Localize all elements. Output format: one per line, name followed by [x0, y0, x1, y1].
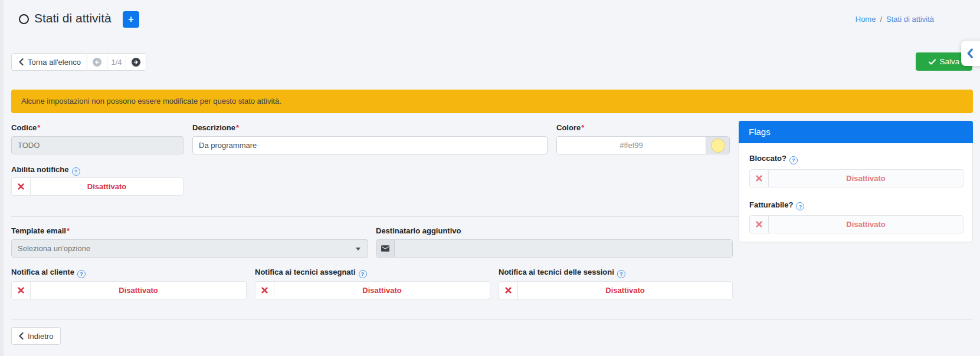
- divider: [11, 319, 973, 320]
- flags-panel-header: Flags: [739, 121, 973, 143]
- select-placeholder: Seleziona un'opzione: [18, 244, 90, 253]
- chevron-left-icon: [19, 332, 24, 339]
- required-asterisk: *: [37, 123, 40, 132]
- help-icon[interactable]: ?: [72, 167, 80, 176]
- flags-panel-body: Bloccato?? Disattivato Fatturabile?? Dis…: [739, 143, 973, 242]
- template-email-select: Seleziona un'opzione: [11, 239, 368, 258]
- template-email-label: Template email*: [11, 226, 70, 235]
- x-icon: [12, 178, 31, 195]
- pager-position: 1/4: [107, 54, 126, 70]
- plus-icon: +: [128, 14, 133, 24]
- warning-banner: Alcune impostazioni non possono essere m…: [11, 90, 973, 113]
- page-title: Stati di attività: [34, 11, 112, 25]
- help-icon[interactable]: ?: [617, 270, 625, 278]
- notifica-tecnici-label: Notifica ai tecnici assegnati?: [255, 268, 367, 278]
- help-icon[interactable]: ?: [359, 270, 367, 278]
- toggle-state-label: Disattivato: [274, 282, 490, 299]
- bloccato-toggle[interactable]: Disattivato: [749, 169, 963, 187]
- flags-panel: Flags Bloccato?? Disattivato Fatturabile…: [739, 121, 973, 242]
- window-edge: [0, 0, 4, 356]
- abilita-notifiche-label: Abilita notifiche?: [11, 165, 80, 176]
- destinatario-field: [376, 239, 733, 258]
- codice-input: [11, 136, 183, 154]
- abilita-notifiche-toggle[interactable]: Disattivato: [11, 177, 183, 196]
- codice-label: Codice*: [11, 123, 40, 132]
- x-icon: [499, 282, 518, 299]
- breadcrumb-current-link[interactable]: Stati di attività: [886, 15, 934, 24]
- arrow-circle-right-icon: [132, 58, 140, 67]
- back-label: Indietro: [28, 332, 53, 341]
- breadcrumb-separator: /: [880, 15, 882, 24]
- spacer: [749, 187, 962, 200]
- back-to-list-label: Torna all'elenco: [28, 58, 81, 67]
- destinatario-label: Destinatario aggiuntivo: [376, 226, 461, 235]
- x-icon: [12, 282, 31, 299]
- x-icon: [750, 170, 769, 187]
- envelope-icon: [376, 240, 395, 257]
- required-asterisk: *: [581, 123, 584, 132]
- color-picker-addon[interactable]: [706, 137, 729, 154]
- toggle-state-label: Disattivato: [518, 282, 732, 299]
- back-button[interactable]: Indietro: [11, 327, 61, 345]
- chevron-left-icon: [966, 48, 974, 58]
- page: Stati di attività + Home/Stati di attivi…: [0, 0, 980, 356]
- bloccato-label: Bloccato??: [749, 154, 962, 164]
- colore-input[interactable]: [557, 137, 706, 154]
- breadcrumb-home-link[interactable]: Home: [856, 15, 876, 24]
- circle-status-icon: [19, 14, 29, 24]
- arrow-circle-left-icon: [93, 58, 101, 67]
- colore-label: Colore*: [556, 123, 584, 132]
- toggle-state-label: Disattivato: [769, 216, 963, 233]
- chevron-left-icon: [19, 58, 24, 65]
- fatturabile-label: Fatturabile??: [749, 200, 962, 211]
- x-icon: [255, 282, 274, 299]
- notifica-sessioni-label: Notifica ai tecnici delle sessioni?: [499, 268, 625, 278]
- descrizione-label: Descrizione*: [192, 123, 239, 132]
- help-icon[interactable]: ?: [789, 156, 798, 164]
- check-icon: [929, 59, 936, 65]
- toggle-state-label: Disattivato: [31, 178, 183, 195]
- record-pager: 1/4: [87, 53, 146, 71]
- notifica-sessioni-toggle[interactable]: Disattivato: [499, 281, 733, 299]
- toggle-state-label: Disattivato: [769, 170, 963, 187]
- save-label: Salva: [940, 57, 960, 66]
- toggle-state-label: Disattivato: [31, 282, 246, 299]
- fatturabile-toggle[interactable]: Disattivato: [749, 215, 963, 233]
- descrizione-input[interactable]: [192, 136, 548, 154]
- breadcrumb: Home/Stati di attività: [856, 15, 934, 24]
- required-asterisk: *: [236, 123, 239, 132]
- panel-collapse-toggle[interactable]: [961, 41, 980, 66]
- notifica-cliente-toggle[interactable]: Disattivato: [11, 281, 247, 299]
- help-icon[interactable]: ?: [796, 202, 804, 210]
- colore-field: [556, 136, 730, 154]
- previous-record-button[interactable]: [87, 54, 107, 70]
- help-icon[interactable]: ?: [77, 270, 86, 278]
- next-record-button[interactable]: [126, 54, 146, 70]
- destinatario-input: [395, 240, 732, 257]
- back-to-list-button[interactable]: Torna all'elenco: [11, 53, 89, 71]
- caret-down-icon: [356, 248, 360, 250]
- notifica-cliente-label: Notifica al cliente?: [11, 268, 86, 278]
- notifica-tecnici-toggle[interactable]: Disattivato: [255, 281, 490, 299]
- color-swatch: [711, 139, 725, 153]
- required-asterisk: *: [67, 226, 70, 235]
- add-button[interactable]: +: [123, 11, 139, 28]
- x-icon: [750, 216, 769, 233]
